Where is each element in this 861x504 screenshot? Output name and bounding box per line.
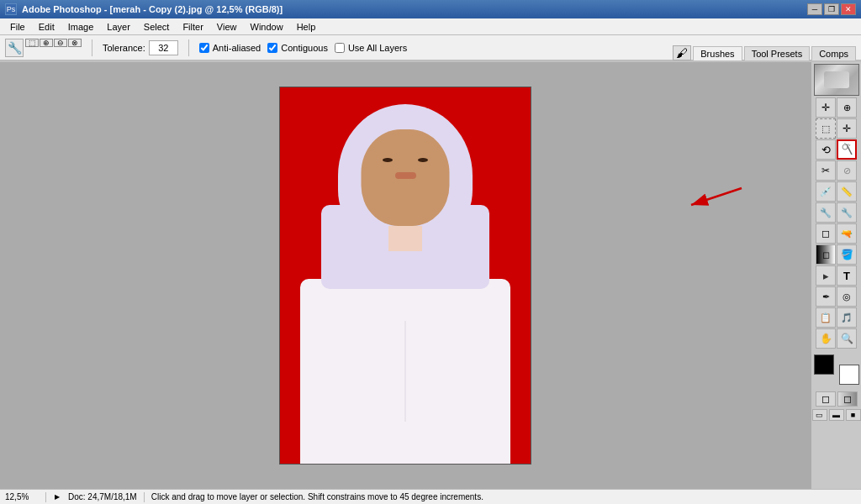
menu-layer[interactable]: Layer xyxy=(100,20,137,34)
tool-row-6: 🔧 🔧 xyxy=(816,202,857,223)
tool-row-1: ✛ ⊕ xyxy=(816,97,857,118)
screen-mode-buttons: ▭ ▬ ■ xyxy=(812,409,861,421)
use-all-layers-checkbox[interactable] xyxy=(335,43,345,53)
anti-aliased-checkbox[interactable] xyxy=(199,43,209,53)
standard-mode-button[interactable]: ◻ xyxy=(816,391,836,407)
paint-bucket-tool[interactable]: 🪣 xyxy=(837,244,857,265)
face-details xyxy=(376,155,435,188)
quick-mask-buttons: ◻ ◻ xyxy=(816,391,858,407)
brushes-tab[interactable]: Brushes xyxy=(693,46,742,60)
anti-aliased-label: Anti-aliased xyxy=(213,43,261,53)
gradient-tool[interactable]: ◻ xyxy=(816,244,836,265)
tool-row-5: 💉 📏 xyxy=(816,181,857,202)
wand-tool-icon[interactable]: 🔧 xyxy=(5,39,24,57)
bg-eraser-tool[interactable]: 🔫 xyxy=(837,223,857,244)
tool-row-4: ✂ ⊘ xyxy=(816,160,857,181)
background-color-box[interactable] xyxy=(839,365,859,385)
anti-aliased-group: Anti-aliased xyxy=(199,43,261,53)
photo-frame xyxy=(279,87,531,465)
marquee-tool[interactable]: ⬚ xyxy=(816,118,836,139)
separator-2 xyxy=(188,39,189,56)
tool-row-9: ▸ T xyxy=(816,265,857,286)
pen-tool[interactable]: ✒ xyxy=(816,286,836,307)
use-all-layers-label: Use All Layers xyxy=(348,43,407,53)
status-separator-1 xyxy=(45,492,46,502)
shirt-lines xyxy=(405,321,406,422)
artboard-tool[interactable]: ⊕ xyxy=(837,97,857,118)
contiguous-checkbox[interactable] xyxy=(267,43,277,53)
menu-select[interactable]: Select xyxy=(137,20,177,34)
shape-tool[interactable]: ◎ xyxy=(837,286,857,307)
move-tool-2[interactable]: ✛ xyxy=(837,118,857,139)
status-hint: Click and drag to move layer or selectio… xyxy=(151,492,483,501)
new-selection-icon[interactable]: ⬚ xyxy=(25,39,39,47)
tool-row-3: ⟲ xyxy=(816,139,857,160)
options-bar: 🔧 ⬚ ⊕ ⊖ ⊗ Tolerance: Anti-aliased Contig… xyxy=(0,35,861,60)
add-selection-icon[interactable]: ⊕ xyxy=(40,39,53,47)
svg-line-1 xyxy=(691,188,742,205)
minimize-button[interactable]: ─ xyxy=(807,3,822,15)
arrow-annotation xyxy=(674,171,758,222)
tolerance-label: Tolerance: xyxy=(103,43,145,53)
audio-tool[interactable]: 🎵 xyxy=(837,307,857,328)
app-icon: Ps xyxy=(5,3,17,15)
close-button[interactable]: ✕ xyxy=(841,3,856,15)
foreground-color-box[interactable] xyxy=(814,354,834,375)
menu-edit[interactable]: Edit xyxy=(32,20,61,34)
eraser-tool[interactable]: ◻ xyxy=(816,223,836,244)
menu-file[interactable]: File xyxy=(3,20,32,34)
slice-tool[interactable]: ⊘ xyxy=(837,160,857,181)
notes-tool[interactable]: 📋 xyxy=(816,307,836,328)
intersect-selection-icon[interactable]: ⊗ xyxy=(68,39,82,47)
canvas-area xyxy=(0,62,811,489)
window-controls: ─ ❐ ✕ xyxy=(807,3,856,15)
hand-tool[interactable]: ✋ xyxy=(816,328,836,349)
zoom-tool[interactable]: 🔍 xyxy=(837,328,857,349)
brushes-panel-icon[interactable]: 🖌 xyxy=(673,45,691,60)
title-bar: Ps Adobe Photoshop - [merah - Copy (2).j… xyxy=(0,0,861,18)
text-tool[interactable]: T xyxy=(837,265,857,286)
status-play-button[interactable]: ▶ xyxy=(53,493,61,501)
screen-mode-2[interactable]: ▬ xyxy=(829,409,844,421)
body xyxy=(300,279,510,464)
menu-image[interactable]: Image xyxy=(61,20,101,34)
neck xyxy=(388,226,422,251)
subtract-selection-icon[interactable]: ⊖ xyxy=(54,39,67,47)
zoom-level: 12,5% xyxy=(5,492,39,501)
restore-button[interactable]: ❐ xyxy=(824,3,839,15)
menu-view[interactable]: View xyxy=(210,20,244,34)
status-bar: 12,5% ▶ Doc: 24,7M/18,1M Click and drag … xyxy=(0,489,861,504)
tolerance-input[interactable] xyxy=(149,40,178,55)
eyedropper-tool[interactable]: 💉 xyxy=(816,181,836,202)
contiguous-group: Contiguous xyxy=(267,43,328,53)
clone-tool[interactable]: 🔧 xyxy=(837,202,857,223)
heal-tool[interactable]: 🔧 xyxy=(816,202,836,223)
menu-window[interactable]: Window xyxy=(244,20,290,34)
status-separator-2 xyxy=(144,492,145,502)
screen-mode-3[interactable]: ■ xyxy=(846,409,861,421)
magic-wand-tool[interactable] xyxy=(837,139,857,160)
svg-line-6 xyxy=(849,144,850,146)
screen-mode-1[interactable]: ▭ xyxy=(812,409,827,421)
lasso-tool[interactable]: ⟲ xyxy=(816,139,836,160)
path-select-tool[interactable]: ▸ xyxy=(816,265,836,286)
tool-row-2: ⬚ ✛ xyxy=(816,118,857,139)
menu-bar: File Edit Image Layer Select Filter View… xyxy=(0,18,861,35)
ruler-tool[interactable]: 📏 xyxy=(837,181,857,202)
menu-help[interactable]: Help xyxy=(290,20,323,34)
crop-tool[interactable]: ✂ xyxy=(816,160,836,181)
tool-row-12: ✋ 🔍 xyxy=(816,328,857,349)
tool-presets-tab[interactable]: Tool Presets xyxy=(744,46,811,60)
menu-filter[interactable]: Filter xyxy=(176,20,209,34)
tool-row-8: ◻ 🪣 xyxy=(816,244,857,265)
move-tool[interactable]: ✛ xyxy=(816,97,836,118)
right-toolbar: ✛ ⊕ ⬚ ✛ ⟲ ✂ ⊘ 💉 📏 xyxy=(811,62,861,489)
comps-tab[interactable]: Comps xyxy=(811,46,856,60)
tool-row-7: ◻ 🔫 xyxy=(816,223,857,244)
brush-preview xyxy=(814,64,859,96)
image-canvas xyxy=(279,87,531,465)
quick-mask-button[interactable]: ◻ xyxy=(837,391,858,407)
contiguous-label: Contiguous xyxy=(281,43,328,53)
tool-row-11: 📋 🎵 xyxy=(816,307,857,328)
doc-info: Doc: 24,7M/18,1M xyxy=(68,492,137,501)
